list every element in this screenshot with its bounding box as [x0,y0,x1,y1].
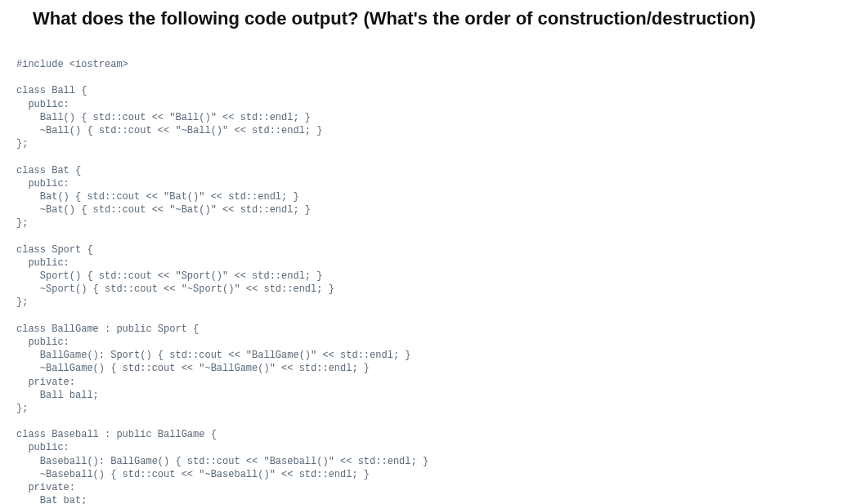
code-listing: #include <iostream> class Ball { public:… [16,58,827,504]
question-heading: What does the following code output? (Wh… [16,8,827,29]
